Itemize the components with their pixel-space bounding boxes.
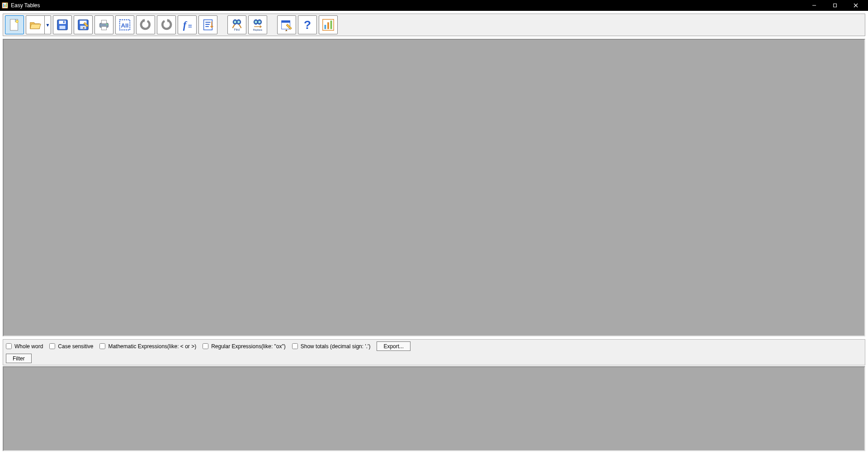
chart-button[interactable]: [319, 15, 338, 34]
replace-button[interactable]: Replace: [248, 15, 267, 34]
svg-marker-44: [285, 29, 288, 31]
svg-point-10: [16, 20, 19, 23]
edit-table-button[interactable]: [74, 15, 93, 34]
whole-word-checkbox[interactable]: [6, 343, 12, 349]
svg-point-39: [255, 21, 257, 23]
show-totals-label: Show totals (decimal sign: '.'): [301, 343, 371, 350]
undo-button[interactable]: [136, 15, 155, 34]
svg-rect-21: [101, 27, 106, 30]
math-expressions-checkbox[interactable]: [99, 343, 105, 349]
find-button[interactable]: Find: [227, 15, 246, 34]
svg-rect-5: [834, 4, 837, 7]
filter-options-bar: Whole word Case sensitive Mathematic Exp…: [3, 339, 865, 365]
close-button[interactable]: [845, 0, 866, 11]
svg-rect-20: [101, 20, 106, 24]
svg-text:All: All: [121, 22, 129, 29]
toolbar: ▼ All f= Find Replace: [3, 14, 865, 36]
regex-label: Regular Expressions(like: "ox"): [211, 343, 286, 350]
svg-rect-43: [282, 21, 290, 23]
save-button[interactable]: [53, 15, 72, 34]
redo-button[interactable]: [157, 15, 176, 34]
window-title: Easy Tables: [11, 2, 40, 9]
math-expressions-label: Mathematic Expressions(like: < or >): [108, 343, 196, 350]
case-sensitive-checkbox[interactable]: [49, 343, 55, 349]
filter-button[interactable]: Filter: [6, 354, 32, 363]
svg-rect-3: [6, 3, 7, 7]
whole-word-label: Whole word: [14, 343, 43, 350]
titlebar: Easy Tables: [0, 0, 868, 11]
export-button[interactable]: Export...: [377, 341, 410, 351]
svg-text:=: =: [188, 22, 192, 30]
show-totals-checkbox[interactable]: [292, 343, 298, 349]
svg-rect-1: [3, 4, 4, 7]
help-button[interactable]: ?: [298, 15, 317, 34]
regex-checkbox[interactable]: [203, 343, 208, 349]
svg-rect-13: [59, 26, 65, 29]
svg-point-22: [106, 24, 107, 25]
svg-rect-14: [63, 21, 65, 23]
open-button[interactable]: ▼: [26, 15, 51, 34]
svg-point-40: [258, 21, 261, 23]
open-dropdown-icon[interactable]: ▼: [44, 16, 51, 34]
maximize-button[interactable]: [825, 0, 845, 11]
new-button[interactable]: [5, 15, 24, 34]
svg-point-36: [237, 21, 240, 23]
select-all-button[interactable]: All: [115, 15, 134, 34]
svg-rect-2: [5, 5, 5, 7]
svg-rect-47: [325, 25, 326, 29]
svg-text:?: ?: [304, 18, 311, 32]
main-grid-area[interactable]: [3, 39, 865, 336]
options-button[interactable]: [277, 15, 296, 34]
find-caption: Find: [234, 28, 240, 31]
app-body: ▼ All f= Find Replace: [0, 11, 868, 453]
results-grid-area[interactable]: [3, 366, 865, 451]
minimize-button[interactable]: [804, 0, 825, 11]
print-button[interactable]: [94, 15, 113, 34]
svg-point-35: [234, 21, 236, 23]
svg-rect-48: [327, 22, 329, 29]
svg-text:Replace: Replace: [253, 28, 262, 31]
svg-rect-12: [59, 21, 66, 24]
sort-button[interactable]: [198, 15, 217, 34]
case-sensitive-label: Case sensitive: [58, 343, 93, 350]
svg-rect-49: [330, 21, 332, 29]
formula-button[interactable]: f=: [178, 15, 197, 34]
svg-text:f: f: [183, 19, 188, 31]
app-icon: [2, 2, 8, 9]
